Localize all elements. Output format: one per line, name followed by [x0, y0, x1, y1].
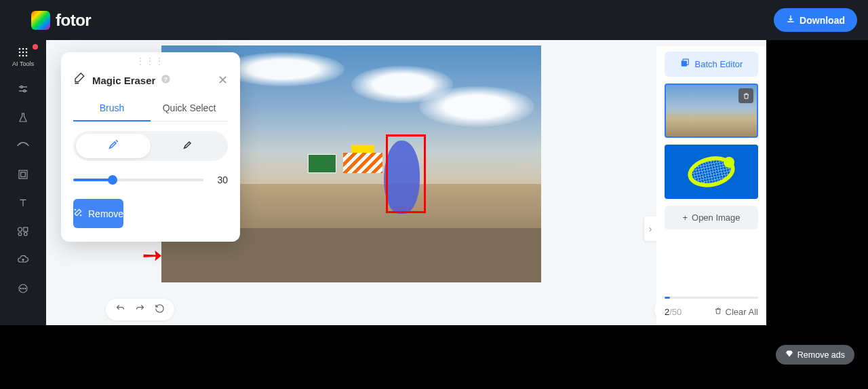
svg-point-10 — [20, 86, 22, 88]
svg-point-0 — [19, 48, 21, 50]
redo-button[interactable] — [135, 303, 145, 316]
logo-text: fotor — [56, 11, 91, 30]
download-button[interactable]: Download — [774, 8, 857, 32]
sidebar-beauty[interactable] — [0, 139, 46, 153]
brush-subtract-icon — [182, 141, 193, 152]
grid-icon — [16, 45, 30, 59]
svg-text:?: ? — [164, 76, 167, 83]
svg-rect-16 — [24, 227, 28, 231]
panel-tabs: Brush Quick Select — [61, 97, 240, 122]
notification-dot-icon — [33, 44, 38, 50]
download-icon — [786, 14, 795, 26]
clear-all-label: Clear All — [726, 307, 758, 317]
svg-point-6 — [19, 55, 21, 57]
tab-brush[interactable]: Brush — [73, 97, 151, 122]
brush-size-slider[interactable] — [73, 179, 203, 181]
remove-button[interactable]: Remove — [73, 199, 123, 228]
more-icon — [16, 282, 30, 295]
logo-icon — [31, 11, 50, 30]
wand-icon — [73, 208, 83, 219]
trash-icon — [714, 307, 722, 317]
right-rail: Batch Editor + Open Image 2/50 Clear All — [656, 46, 766, 325]
brush-subtract-mode[interactable] — [151, 134, 225, 158]
magic-eraser-panel: ⋮⋮⋮ Magic Eraser ? ✕ Brush Quick Select … — [61, 52, 240, 242]
clear-all-button[interactable]: Clear All — [714, 307, 758, 317]
undo-button[interactable] — [115, 303, 125, 316]
batch-editor-label: Batch Editor — [695, 59, 743, 69]
batch-editor-button[interactable]: Batch Editor — [665, 52, 758, 77]
svg-point-22 — [25, 288, 26, 289]
thumbnail-1[interactable] — [665, 84, 758, 138]
download-label: Download — [800, 15, 845, 26]
logo[interactable]: fotor — [31, 11, 91, 30]
sidebar-frames[interactable] — [0, 168, 46, 181]
svg-rect-14 — [21, 172, 26, 177]
svg-point-8 — [26, 55, 28, 57]
image-count-progress — [665, 297, 758, 299]
slider-fill — [73, 179, 113, 181]
brush-size-value: 30 — [213, 174, 228, 185]
help-icon[interactable]: ? — [161, 74, 171, 86]
slider-thumb[interactable] — [108, 175, 117, 185]
svg-point-2 — [26, 48, 28, 50]
brush-add-mode[interactable] — [76, 134, 151, 158]
svg-point-21 — [22, 288, 23, 289]
svg-rect-13 — [19, 170, 27, 179]
sidebar-more[interactable] — [0, 282, 46, 295]
sliders-icon — [16, 82, 30, 96]
open-image-label: Open Image — [692, 212, 741, 223]
sidebar-text[interactable] — [0, 196, 46, 210]
diamond-icon — [785, 350, 793, 360]
svg-rect-27 — [681, 61, 686, 67]
panel-drag-handle[interactable]: ⋮⋮⋮ — [61, 52, 240, 66]
reset-button[interactable] — [155, 303, 165, 316]
app-header: fotor Download — [0, 0, 868, 40]
sidebar-ai-tools[interactable]: AI Tools — [0, 45, 46, 67]
brush-size-slider-row: 30 — [61, 168, 240, 192]
panel-title: Magic Eraser ? — [92, 74, 211, 86]
plus-icon: + — [682, 212, 688, 223]
text-icon — [16, 196, 30, 210]
eraser-icon — [73, 73, 85, 88]
eye-icon — [16, 139, 30, 153]
open-image-button[interactable]: + Open Image — [665, 206, 758, 229]
sidebar-elements[interactable] — [0, 225, 46, 238]
thumbnail-2[interactable] — [665, 145, 758, 199]
close-panel-button[interactable]: ✕ — [218, 73, 228, 88]
shapes-icon — [16, 225, 30, 238]
svg-point-3 — [19, 52, 21, 54]
sidebar-effects[interactable] — [0, 111, 46, 124]
svg-point-17 — [18, 233, 22, 236]
flask-icon — [16, 111, 30, 124]
svg-point-20 — [20, 288, 21, 289]
rail-footer: 2/50 Clear All — [665, 299, 758, 325]
remove-label: Remove — [88, 208, 123, 219]
cloud-decoration — [419, 86, 534, 127]
cloud-upload-icon — [16, 253, 30, 267]
annotation-box — [386, 134, 426, 213]
svg-point-7 — [22, 55, 24, 57]
panel-header: Magic Eraser ? ✕ — [61, 66, 240, 97]
svg-point-5 — [26, 52, 28, 54]
striped-sign-decoration — [343, 153, 382, 173]
history-controls — [106, 299, 174, 320]
remove-ads-button[interactable]: Remove ads — [776, 345, 854, 365]
thumbnail-delete-button[interactable] — [738, 88, 753, 103]
cloud-decoration — [222, 52, 344, 86]
brush-mode-toggle — [73, 131, 228, 161]
image-count: 2/50 — [665, 307, 682, 317]
sidebar-adjust[interactable] — [0, 82, 46, 96]
frame-icon — [16, 168, 30, 181]
ball-decoration — [724, 157, 734, 168]
batch-icon — [680, 58, 690, 70]
sidebar-cloud[interactable] — [0, 253, 46, 267]
road-sign-decoration — [308, 154, 336, 173]
brush-add-icon — [108, 141, 119, 152]
collapse-rail-button[interactable]: › — [644, 217, 656, 241]
svg-point-1 — [22, 48, 24, 50]
svg-point-12 — [24, 90, 26, 92]
sidebar-ai-tools-label: AI Tools — [12, 60, 34, 67]
svg-point-18 — [24, 233, 28, 236]
remove-ads-label: Remove ads — [797, 350, 845, 360]
tab-quick-select[interactable]: Quick Select — [151, 97, 228, 122]
